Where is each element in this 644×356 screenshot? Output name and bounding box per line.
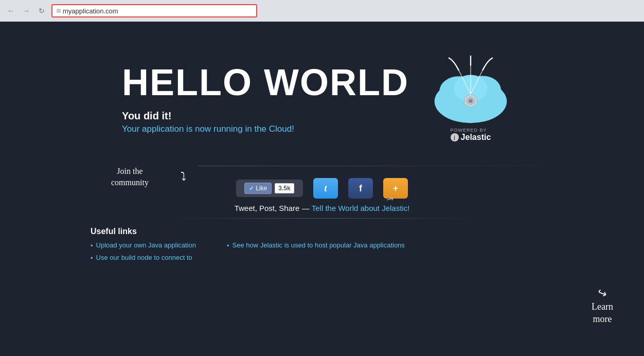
like-widget: ✓ Like 3.5k [236,180,303,197]
twitter-button[interactable]: t [313,178,338,199]
section-divider [199,166,553,166]
url-text: myapplication.com [63,7,118,15]
share-dash: — [302,204,312,212]
link-jelastic-hosting[interactable]: See how Jelastic is used to host popular… [232,241,405,249]
links-column-right: • See how Jelastic is used to host popul… [227,241,405,262]
hero-subtitle: You did it! [122,110,409,122]
browser-chrome: ← → ↻ myapplication.com [0,0,644,22]
bullet: • [91,254,93,262]
page-title: HELLO WORLD [122,64,409,101]
facebook-icon: f [359,183,362,194]
learn-more-section: ↩ Learn more [592,287,613,325]
learn-more-arrow-icon: ↩ [596,286,609,301]
list-item[interactable]: • Use our build node to connect to [91,254,196,262]
googleplus-icon: + [393,183,399,194]
svg-point-6 [469,99,473,103]
links-columns: • Upload your own Java application • Use… [91,241,553,262]
link-build-node[interactable]: Use our build node to connect to [96,254,192,261]
useful-links-section: Useful links • Upload your own Java appl… [91,227,553,262]
powered-by: POWERED BY j Jelastic [451,128,491,142]
like-label: ✓ Like [249,185,267,192]
link-upload-java[interactable]: Upload your own Java application [96,241,196,249]
jelastic-name: Jelastic [461,133,491,142]
back-button[interactable]: ← [5,5,16,16]
hero-text: HELLO WORLD You did it! Your application… [122,64,409,134]
like-button[interactable]: ✓ Like [244,183,272,194]
powered-by-text: POWERED BY [451,128,491,133]
links-column-left: • Upload your own Java application • Use… [91,241,196,262]
address-bar[interactable]: myapplication.com [51,4,257,17]
bullet: • [91,242,93,250]
cloud-illustration: POWERED BY j Jelastic [419,47,522,150]
like-count: 3.5k [275,183,294,193]
learn-more-label[interactable]: Learn more [592,301,613,325]
cloud-svg [427,56,514,133]
share-tagline: Tweet, Post, Share — Tell the World abou… [91,204,553,213]
hero-section: HELLO WORLD You did it! Your application… [0,22,644,150]
share-action-text: Tweet, Post, Share [235,204,300,212]
bullet: • [227,242,229,250]
facebook-button[interactable]: f [348,178,373,199]
jelastic-icon: j [451,133,459,141]
page-content: HELLO WORLD You did it! Your application… [0,22,644,356]
favicon [57,9,61,13]
community-section: Join the community ⤵ ✓ Like 3.5k ↗ t [91,166,553,262]
forward-button[interactable]: → [21,5,32,16]
list-item[interactable]: • Upload your own Java application [91,241,196,250]
social-row: ✓ Like 3.5k ↗ t f + [91,178,553,199]
list-item[interactable]: • See how Jelastic is used to host popul… [227,241,405,250]
jelastic-logo: j Jelastic [451,133,491,142]
useful-links-title: Useful links [91,227,553,236]
refresh-button[interactable]: ↻ [36,5,47,16]
twitter-icon: t [324,183,327,194]
share-sub-text: Tell the World about Jelastic! [312,204,410,212]
bottom-divider [168,218,476,219]
hero-description: Your application is now running in the C… [122,124,409,134]
